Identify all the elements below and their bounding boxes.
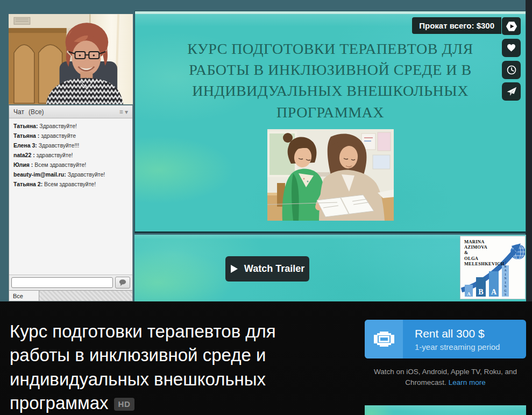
aba-trainings-poster: MARINA AZIMOVA & OLGA MELESHKEVICH A B A… bbox=[460, 236, 526, 299]
poster-bar-trainings: TRAININGS bbox=[502, 265, 509, 297]
paper-plane-icon bbox=[506, 86, 517, 97]
chat-message: Елена 3: Здравствуйте!!! bbox=[13, 143, 128, 149]
webcam-feed bbox=[9, 14, 133, 104]
watch-trailer-button[interactable]: Watch Trailer bbox=[225, 256, 309, 282]
play-icon bbox=[230, 264, 238, 273]
chat-message: beauty-im@mail.ru: Здравствуйте! bbox=[13, 172, 128, 178]
classroom-photo bbox=[267, 129, 394, 221]
chat-panel: Чат (Все) ≡ ▾ Татьяна: Здравствуйте!Тать… bbox=[9, 105, 133, 301]
share-button[interactable] bbox=[502, 82, 521, 101]
slide-title: КУРС ПОДГОТОВКИ ТЕРАПЕВТОВ ДЛЯ РАБОТЫ В … bbox=[185, 38, 476, 123]
clock-icon bbox=[506, 65, 517, 75]
chat-tab-all[interactable]: Все bbox=[9, 291, 39, 301]
chat-message: Татьяна 2: Всем здравствуйте! bbox=[13, 181, 128, 188]
learn-more-link[interactable]: Learn more bbox=[449, 378, 486, 386]
rent-overlay[interactable]: Прокат всего: $300 bbox=[412, 17, 521, 35]
poster-bar-a2: A bbox=[489, 271, 499, 297]
poster-bar-a1: A bbox=[465, 285, 473, 297]
chat-menu-icon[interactable]: ≡ ▾ bbox=[119, 109, 128, 115]
watch-later-button[interactable] bbox=[502, 61, 521, 79]
hexagon-play-icon bbox=[506, 20, 517, 32]
slide-photo-teacher-child bbox=[267, 129, 394, 221]
rent-overlay-label[interactable]: Прокат всего: $300 bbox=[412, 17, 501, 34]
player-right-edge bbox=[526, 0, 532, 301]
rent-button-subtitle: 1-year streaming period bbox=[415, 342, 500, 351]
speech-bubble-icon bbox=[118, 279, 127, 286]
like-button[interactable] bbox=[502, 39, 521, 57]
chat-input-row bbox=[9, 275, 132, 290]
chat-send-button[interactable] bbox=[115, 277, 130, 289]
hd-badge: HD bbox=[114, 398, 135, 411]
chat-message: Юлия : Всем здравствуйте! bbox=[13, 162, 128, 168]
slide-lower-band: MARINA AZIMOVA & OLGA MELESHKEVICH A B A… bbox=[134, 235, 526, 301]
chat-input[interactable] bbox=[11, 277, 113, 288]
poster-bar-b: B bbox=[476, 277, 486, 297]
webcam-scene bbox=[9, 14, 133, 104]
trailer-thumbnail-strip[interactable] bbox=[365, 405, 526, 415]
chat-filter-label: (Все) bbox=[29, 108, 44, 116]
chat-tab-bar: Все bbox=[9, 290, 132, 301]
chat-message: Татьяна: Здравствуйте! bbox=[13, 123, 128, 130]
presentation-slide: КУРС ПОДГОТОВКИ ТЕРАПЕВТОВ ДЛЯ РАБОТЫ В … bbox=[134, 11, 526, 233]
rent-button-texts: Rent all 300 $ 1-year streaming period bbox=[403, 320, 500, 358]
chat-header: Чат (Все) ≡ ▾ bbox=[9, 105, 132, 118]
rent-all-button[interactable]: Rent all 300 $ 1-year streaming period bbox=[365, 320, 526, 358]
video-player[interactable]: Чат (Все) ≡ ▾ Татьяна: Здравствуйте!Тать… bbox=[0, 0, 532, 301]
page-title: Курс подготовки терапевтов для работы в … bbox=[10, 320, 332, 415]
heart-icon bbox=[506, 43, 516, 53]
devices-text-body: Watch on iOS, Android, Apple TV, Roku, a… bbox=[374, 368, 517, 386]
rent-play-button[interactable] bbox=[502, 17, 521, 35]
poster-bar-chart: A B A TRAININGS bbox=[465, 265, 517, 297]
chat-messages: Татьяна: Здравствуйте!Татьяна : здравств… bbox=[9, 118, 132, 275]
watch-trailer-label: Watch Trailer bbox=[244, 263, 304, 275]
rent-icon-section bbox=[365, 320, 403, 358]
slide-paper-edge bbox=[135, 11, 526, 14]
page-title-text: Курс подготовки терапевтов для работы в … bbox=[10, 321, 276, 413]
poster-vertical-label: TRAININGS bbox=[504, 259, 507, 297]
chat-message: nata22 : здравствуйте! bbox=[13, 152, 128, 159]
devices-text: Watch on iOS, Android, Apple TV, Roku, a… bbox=[365, 367, 526, 388]
chat-message: Татьяна : здравствуйте bbox=[13, 133, 128, 139]
ticket-icon bbox=[373, 331, 395, 347]
rent-button-label: Rent all 300 $ bbox=[415, 327, 500, 340]
poster-author-names: MARINA AZIMOVA & OLGA MELESHKEVICH bbox=[464, 239, 504, 266]
chat-title: Чат bbox=[13, 108, 24, 116]
